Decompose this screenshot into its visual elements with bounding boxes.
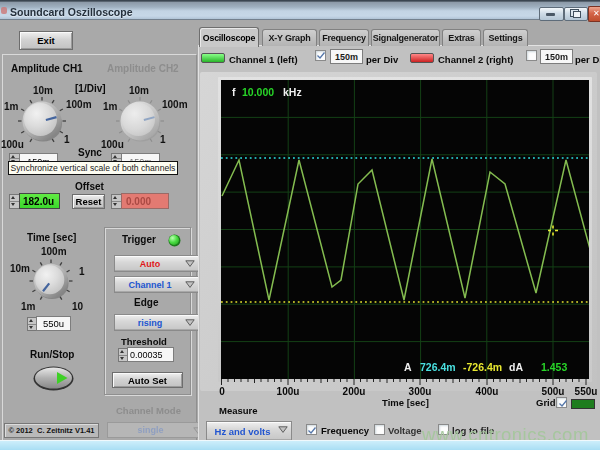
svg-text:1.453: 1.453 [541,361,567,373]
svg-text:726.4m: 726.4m [420,361,456,373]
svg-text:-726.4m: -726.4m [463,361,502,373]
svg-text:kHz: kHz [283,86,302,98]
svg-text:dA: dA [509,361,523,373]
svg-text:A: A [404,361,412,373]
svg-text:f: f [232,86,236,98]
svg-text:10.000: 10.000 [242,86,274,98]
